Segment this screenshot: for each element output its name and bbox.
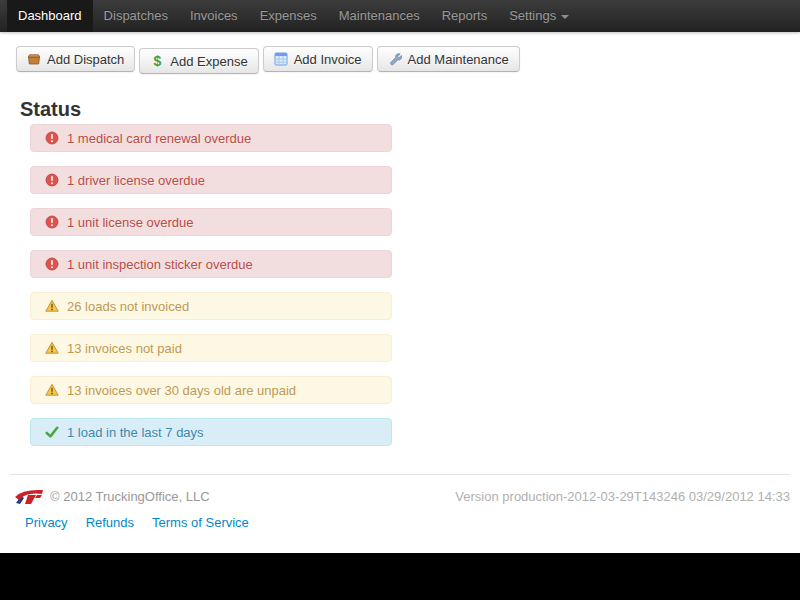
- top-navbar: DashboardDispatchesInvoicesExpensesMaint…: [0, 0, 800, 32]
- footer-link-privacy[interactable]: Privacy: [25, 515, 68, 530]
- footer-links: PrivacyRefundsTerms of Service: [0, 505, 800, 530]
- exclamation-circle-icon: [45, 257, 59, 271]
- nav-item-label: Expenses: [260, 8, 317, 23]
- button-label: Add Invoice: [294, 52, 362, 67]
- status-alerts: 1 medical card renewal overdue1 driver l…: [30, 124, 392, 446]
- status-heading: Status: [20, 97, 800, 121]
- nav-item-label: Dispatches: [104, 8, 168, 23]
- wrench-icon: [388, 52, 402, 66]
- status-alert-26-loads-not-invoiced[interactable]: 26 loads not invoiced: [30, 292, 392, 320]
- nav-item-settings[interactable]: Settings: [498, 0, 580, 32]
- dispatch-box-icon: [27, 52, 41, 66]
- alert-text: 13 invoices over 30 days old are unpaid: [67, 383, 296, 398]
- status-alert-13-invoices-not-paid[interactable]: 13 invoices not paid: [30, 334, 392, 362]
- footer-link-refunds[interactable]: Refunds: [86, 515, 134, 530]
- alert-text: 1 driver license overdue: [67, 173, 205, 188]
- alert-text: 26 loads not invoiced: [67, 299, 189, 314]
- nav-item-expenses[interactable]: Expenses: [249, 0, 328, 32]
- nav-item-label: Maintenances: [339, 8, 420, 23]
- status-alert-1-driver-license-overdue[interactable]: 1 driver license overdue: [30, 166, 392, 194]
- exclamation-circle-icon: [45, 173, 59, 187]
- nav-item-invoices[interactable]: Invoices: [179, 0, 249, 32]
- exclamation-circle-icon: [45, 131, 59, 145]
- alert-text: 1 medical card renewal overdue: [67, 131, 251, 146]
- warning-triangle-icon: [45, 341, 59, 355]
- status-alert-1-unit-license-overdue[interactable]: 1 unit license overdue: [30, 208, 392, 236]
- invoice-table-icon: [274, 52, 288, 66]
- add-invoice-button[interactable]: Add Invoice: [263, 46, 373, 72]
- nav-item-label: Dashboard: [18, 8, 82, 23]
- caret-down-icon: [561, 15, 569, 19]
- navbar-menu: DashboardDispatchesInvoicesExpensesMaint…: [0, 0, 800, 32]
- page: DashboardDispatchesInvoicesExpensesMaint…: [0, 0, 800, 553]
- add-expense-button[interactable]: $Add Expense: [139, 48, 258, 74]
- quick-add-toolbar: Add Dispatch$Add ExpenseAdd InvoiceAdd M…: [0, 32, 800, 72]
- footer-top-row: © 2012 TruckingOffice, LLC Version produ…: [0, 475, 800, 505]
- copyright-text: © 2012 TruckingOffice, LLC: [50, 489, 210, 504]
- alert-text: 1 load in the last 7 days: [67, 425, 204, 440]
- button-label: Add Maintenance: [408, 52, 509, 67]
- nav-item-dashboard[interactable]: Dashboard: [7, 0, 93, 32]
- nav-item-maintenances[interactable]: Maintenances: [328, 0, 431, 32]
- warning-triangle-icon: [45, 383, 59, 397]
- nav-item-label: Invoices: [190, 8, 238, 23]
- status-alert-13-invoices-over-30-days-old-are-unpaid[interactable]: 13 invoices over 30 days old are unpaid: [30, 376, 392, 404]
- footer: © 2012 TruckingOffice, LLC Version produ…: [0, 475, 800, 530]
- alert-text: 13 invoices not paid: [67, 341, 182, 356]
- button-label: Add Dispatch: [47, 52, 124, 67]
- status-alert-1-unit-inspection-sticker-overdue[interactable]: 1 unit inspection sticker overdue: [30, 250, 392, 278]
- alert-text: 1 unit license overdue: [67, 215, 193, 230]
- nav-item-dispatches[interactable]: Dispatches: [93, 0, 179, 32]
- add-dispatch-button[interactable]: Add Dispatch: [16, 46, 135, 72]
- nav-item-label: Settings: [509, 8, 556, 23]
- button-label: Add Expense: [170, 54, 247, 69]
- nav-item-reports[interactable]: Reports: [431, 0, 499, 32]
- warning-triangle-icon: [45, 299, 59, 313]
- exclamation-circle-icon: [45, 215, 59, 229]
- check-icon: [45, 425, 59, 439]
- nav-item-label: Reports: [442, 8, 488, 23]
- alert-text: 1 unit inspection sticker overdue: [67, 257, 253, 272]
- footer-link-terms-of-service[interactable]: Terms of Service: [152, 515, 249, 530]
- version-text: Version production-2012-03-29T143246 03/…: [455, 489, 790, 504]
- dollar-icon: $: [150, 54, 164, 68]
- add-maintenance-button[interactable]: Add Maintenance: [377, 46, 520, 72]
- status-alert-1-load-in-the-last-7-days[interactable]: 1 load in the last 7 days: [30, 418, 392, 446]
- status-alert-1-medical-card-renewal-overdue[interactable]: 1 medical card renewal overdue: [30, 124, 392, 152]
- truckingoffice-logo-icon: [14, 487, 44, 505]
